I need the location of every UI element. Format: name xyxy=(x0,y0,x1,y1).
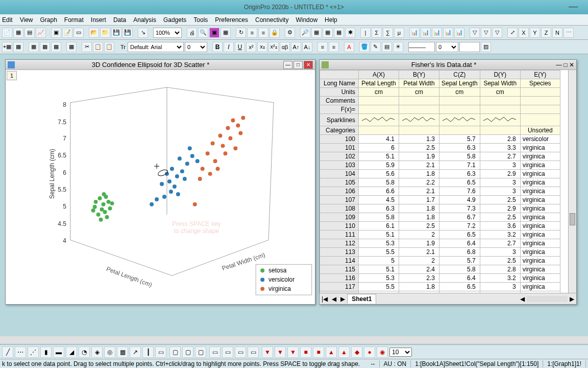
data-grid[interactable]: A(X)B(Y)C(Z)D(Y)E(Y)Long NamePetal Lengt… xyxy=(320,70,576,293)
tb-icon-4[interactable]: ▦ xyxy=(40,42,50,52)
roi4-icon[interactable]: ▭ xyxy=(248,347,259,358)
lock-icon[interactable]: 🔒 xyxy=(270,28,280,38)
contour-icon[interactable]: ◎ xyxy=(104,347,115,358)
hscroll-right[interactable]: ▶ xyxy=(568,295,576,303)
surface-icon[interactable]: ▦ xyxy=(117,347,128,358)
underline-icon[interactable]: U xyxy=(235,42,245,52)
filter2-icon[interactable]: ▽ xyxy=(481,28,491,38)
zoom-select[interactable]: 100% xyxy=(153,28,182,38)
menu-gadgets[interactable]: Gadgets xyxy=(163,16,186,24)
new-graph-icon[interactable]: 📈 xyxy=(36,28,46,38)
digitize2-icon[interactable]: ▦ xyxy=(323,28,333,38)
digitize3-icon[interactable]: ▦ xyxy=(334,28,344,38)
menu-graph[interactable]: Graph xyxy=(40,16,57,24)
filter1-icon[interactable]: ▽ xyxy=(470,28,480,38)
open-template-icon[interactable]: 📁 xyxy=(100,28,110,38)
mask1-icon[interactable]: ▢ xyxy=(169,347,181,358)
italic-icon[interactable]: I xyxy=(224,42,234,52)
column-plot-icon[interactable]: ▮ xyxy=(40,347,52,358)
menu-format[interactable]: Format xyxy=(64,16,84,24)
col-plot1-icon[interactable]: 📊 xyxy=(409,28,420,38)
symbol-size-select[interactable]: 10 xyxy=(389,348,412,357)
menu-window[interactable]: Window xyxy=(296,16,317,24)
subscript-icon[interactable]: x₂ xyxy=(257,42,267,52)
data-close-button[interactable]: ✕ xyxy=(569,61,574,68)
y-icon[interactable]: Y xyxy=(530,28,540,38)
menu-help[interactable]: Help xyxy=(325,16,337,24)
menu-insert[interactable]: Insert xyxy=(91,16,106,24)
line-width-select[interactable]: 0 xyxy=(436,42,458,52)
supersub-icon[interactable]: x²₂ xyxy=(268,42,279,52)
menu-data[interactable]: Data xyxy=(113,16,126,24)
decrease-font-icon[interactable]: A↓ xyxy=(302,42,312,52)
tb-icon-6[interactable]: ▦ xyxy=(66,42,77,52)
line-plot-icon[interactable]: ╱ xyxy=(2,347,13,358)
new-project-icon[interactable]: 📄 xyxy=(2,28,12,38)
col-plot3-icon[interactable]: 📊 xyxy=(432,28,442,38)
mask2-icon[interactable]: ▢ xyxy=(182,347,193,358)
col-plot4-icon[interactable]: 📊 xyxy=(443,28,453,38)
more-icon[interactable]: ⋯ xyxy=(564,28,574,38)
menu-preferences[interactable]: Preferences xyxy=(215,16,248,24)
print-icon[interactable]: 🖨 xyxy=(187,28,197,38)
graph-titlebar[interactable]: 3D Confidence Ellipsoid for 3D Scatter *… xyxy=(6,60,315,70)
recalc-icon[interactable]: ≡ xyxy=(247,28,257,38)
sheet-nav-first[interactable]: |◀ xyxy=(320,295,330,303)
pattern-icon[interactable]: ▤ xyxy=(382,42,392,52)
app-center-icon[interactable]: ✱ xyxy=(345,28,355,38)
font-select[interactable]: Default: Arial xyxy=(128,42,184,52)
digitize-icon[interactable]: ▦ xyxy=(311,28,322,38)
stats2-icon[interactable]: ∑ xyxy=(383,28,393,38)
menu-analysis[interactable]: Analysis xyxy=(133,16,156,24)
red4-icon[interactable]: ■ xyxy=(300,347,311,358)
red5-icon[interactable]: ■ xyxy=(313,347,324,358)
new-matrix-icon[interactable]: ▣ xyxy=(51,28,61,38)
pie-plot-icon[interactable]: ◔ xyxy=(79,347,90,358)
bar-plot-icon[interactable]: ▬ xyxy=(53,347,64,358)
find-icon[interactable]: 🔎 xyxy=(300,28,310,38)
greek-icon[interactable]: αβ xyxy=(280,42,290,52)
duplicate-icon[interactable]: ▦ xyxy=(220,28,231,38)
roi2-icon[interactable]: ▭ xyxy=(222,347,233,358)
menu-tools[interactable]: Tools xyxy=(193,16,208,24)
hscroll-left[interactable]: ◀ xyxy=(518,295,527,303)
copy-icon[interactable]: 📋 xyxy=(93,42,103,52)
font-color-icon[interactable]: A xyxy=(344,42,354,52)
light-icon[interactable]: ☀ xyxy=(393,42,403,52)
menu-connectivity[interactable]: Connectivity xyxy=(255,16,288,24)
cut-icon[interactable]: ✂ xyxy=(82,42,92,52)
roi1-icon[interactable]: ▭ xyxy=(209,347,220,358)
line-scatter-icon[interactable]: ⋰ xyxy=(28,347,39,358)
red2-icon[interactable]: ▼ xyxy=(275,347,286,358)
red9-icon[interactable]: ● xyxy=(364,347,375,358)
red8-icon[interactable]: ◆ xyxy=(351,347,362,358)
fontsize-select[interactable]: 0 xyxy=(185,42,207,52)
new-workbook-icon[interactable]: ▦ xyxy=(13,28,23,38)
import-icon[interactable]: ↘ xyxy=(138,28,148,38)
line-style-select[interactable] xyxy=(408,42,435,52)
roi3-icon[interactable]: ▭ xyxy=(235,347,246,358)
sheet-tab-1[interactable]: Sheet1 xyxy=(347,294,376,304)
open-icon[interactable]: 📂 xyxy=(89,28,99,38)
plot-area[interactable]: 4 4.5 5 5.5 6 6.5 7 7.5 8 Sepal Length (… xyxy=(19,72,313,302)
red1-icon[interactable]: ▼ xyxy=(262,347,273,358)
menu-view[interactable]: View xyxy=(20,16,33,24)
z-icon[interactable]: Z xyxy=(541,28,551,38)
print-preview-icon[interactable]: 🔍 xyxy=(198,28,208,38)
refresh-icon[interactable]: ↻ xyxy=(236,28,246,38)
add-col-icon[interactable]: +▦ xyxy=(2,42,12,52)
superscript-icon[interactable]: x² xyxy=(246,42,256,52)
sheet-nav-prev[interactable]: ◀ xyxy=(330,295,338,303)
data-min-button[interactable]: — xyxy=(556,61,562,68)
slide-icon[interactable]: ▣ xyxy=(209,28,219,38)
save-icon[interactable]: 💾 xyxy=(111,28,121,38)
batch-icon[interactable]: ⚙ xyxy=(285,28,295,38)
graph-max-button[interactable]: □ xyxy=(293,61,303,69)
tb-icon-3[interactable]: ▦ xyxy=(29,42,39,52)
filter3-icon[interactable]: ▽ xyxy=(492,28,502,38)
new-layout-icon[interactable]: ▭ xyxy=(74,28,84,38)
graph-layer-tab[interactable]: 1 xyxy=(7,71,17,80)
template-icon[interactable]: ▭ xyxy=(155,347,166,358)
valign-icon[interactable]: ≡ xyxy=(329,42,339,52)
save-template-icon[interactable]: 💾 xyxy=(122,28,133,38)
